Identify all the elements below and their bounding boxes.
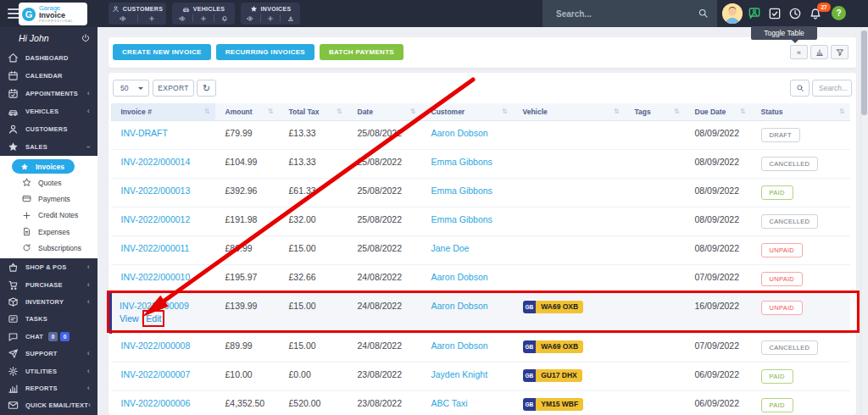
- eye-icon[interactable]: [108, 14, 137, 22]
- eye-icon[interactable]: [172, 14, 192, 22]
- date-cell: 25/08/2022: [348, 178, 421, 207]
- sidebar-item-customers[interactable]: CUSTOMERS: [0, 120, 97, 138]
- vehicle-plate[interactable]: GBGU17 DHX: [523, 369, 582, 382]
- edit-link[interactable]: Edit: [146, 313, 161, 324]
- sidebar-item-purchase[interactable]: PURCHASE‹: [0, 276, 97, 293]
- sidebar-subitem-payments[interactable]: Payments: [0, 191, 97, 207]
- help-icon[interactable]: ?: [832, 6, 846, 20]
- contact-chat-icon[interactable]: [748, 7, 761, 20]
- sidebar-subitem-invoices[interactable]: Invoices: [12, 159, 75, 174]
- invoice-link[interactable]: INV-DRAFT: [121, 128, 168, 138]
- column-header-status[interactable]: Status⇅: [751, 103, 850, 120]
- column-header-due-date[interactable]: Due Date⇅: [685, 103, 751, 120]
- vehicle-plate[interactable]: GBYM15 WBF: [523, 398, 584, 411]
- sidebar-item-vehicles[interactable]: VEHICLES‹: [0, 102, 97, 120]
- invoice-link[interactable]: INV-2022/000007: [121, 369, 191, 379]
- customer-link[interactable]: Aaron Dobson: [431, 301, 488, 311]
- create-new-invoice-button[interactable]: CREATE NEW INVOICE: [113, 44, 211, 60]
- invoice-link[interactable]: INV-2022/000013: [121, 185, 191, 196]
- view-link[interactable]: View: [120, 313, 139, 324]
- invoices-table: Invoice #⇅Amount⇅Total Tax⇅Date⇅Customer…: [109, 103, 850, 415]
- vehicle-plate[interactable]: GBWA69 OXB: [523, 301, 584, 313]
- invoice-link[interactable]: INV-2022/000011: [121, 243, 190, 253]
- chart-view-button[interactable]: [810, 45, 828, 59]
- table-row[interactable]: INV-2022/000010£195.97£32.6624/08/2022Aa…: [111, 264, 850, 293]
- table-row[interactable]: INV-2022/000013£392.96£61.3325/08/2022Em…: [111, 178, 850, 207]
- table-row[interactable]: INV-2022/000006£4,352.50£520.0023/08/202…: [111, 390, 850, 415]
- page-size-select[interactable]: 50: [113, 80, 149, 97]
- customer-link[interactable]: ABC Taxi: [431, 398, 468, 408]
- sidebar-item-calendar[interactable]: CALENDAR: [0, 67, 97, 85]
- invoice-link[interactable]: INV-2022/000014: [121, 157, 191, 167]
- refresh-button[interactable]: ↻: [197, 80, 216, 97]
- customer-link[interactable]: Jayden Knight: [431, 369, 488, 379]
- sidebar-item-support[interactable]: SUPPORT‹: [0, 345, 97, 362]
- eye-icon[interactable]: [241, 14, 260, 22]
- customer-link[interactable]: Emma Gibbons: [431, 214, 492, 224]
- invoice-link[interactable]: INV-2022/000012: [121, 214, 191, 224]
- app-logo[interactable]: G Garage Invoice PROFESSIONAL: [19, 3, 87, 25]
- sidebar-subitem-credit-notes[interactable]: Credit Notes: [0, 208, 97, 224]
- column-header-total-tax[interactable]: Total Tax⇅: [279, 103, 348, 120]
- plus-icon[interactable]: [192, 14, 214, 22]
- table-row[interactable]: INV-2022/000014£104.99£13.3325/08/2022Em…: [111, 149, 850, 178]
- sidebar-item-tasks[interactable]: TASKS: [0, 311, 97, 328]
- vehicle-plate[interactable]: GBWA69 OXB: [523, 340, 584, 353]
- customer-link[interactable]: Jane Doe: [431, 243, 470, 253]
- column-header-tags[interactable]: Tags⇅: [625, 103, 685, 120]
- sidebar-subitem-quotes[interactable]: Quotes: [0, 174, 97, 191]
- sidebar-item-utilities[interactable]: UTILITIES‹: [0, 362, 97, 379]
- column-header-customer[interactable]: Customer⇅: [421, 103, 513, 120]
- global-search-input[interactable]: [542, 0, 717, 27]
- sidebar-item-shop-pos[interactable]: SHOP & POS‹: [0, 258, 97, 275]
- sidebar-item-sales[interactable]: SALES‹: [0, 138, 97, 156]
- stamp-icon[interactable]: [280, 14, 300, 22]
- sidebar-item-appointments[interactable]: APPOINTMENTS‹: [0, 85, 97, 102]
- table-search-icon-button[interactable]: [790, 80, 810, 97]
- batch-payments-button[interactable]: BATCH PAYMENTS: [320, 44, 403, 60]
- tasks-check-icon[interactable]: [768, 7, 782, 20]
- recurring-invoices-button[interactable]: RECURRING INVOICES: [216, 44, 314, 60]
- plate-country: GB: [523, 340, 537, 353]
- table-row[interactable]: INV-2022/000008£89.99£15.0024/08/2022Aar…: [111, 333, 850, 362]
- scrollbar-thumb[interactable]: [861, 30, 867, 115]
- invoice-link[interactable]: INV-2022/000009: [120, 301, 189, 311]
- status-badge: CANCELLED: [761, 214, 819, 229]
- logout-power-icon[interactable]: [81, 33, 91, 43]
- sidebar-item-inventory[interactable]: INVENTORY‹: [0, 293, 97, 310]
- avatar[interactable]: [722, 3, 743, 24]
- column-header-vehicle[interactable]: Vehicle⇅: [513, 103, 625, 120]
- sidebar-item-chat[interactable]: CHAT00: [0, 328, 97, 345]
- table-row[interactable]: INV-2022/000012£191.98£32.0025/08/2022Em…: [111, 207, 850, 235]
- sidebar-subitem-subscriptions[interactable]: Subscriptions: [0, 240, 97, 256]
- sidebar-item-label: APPOINTMENTS: [25, 90, 78, 97]
- column-header-invoice-[interactable]: Invoice #⇅: [111, 103, 215, 120]
- column-header-date[interactable]: Date⇅: [348, 103, 421, 120]
- toggle-table-button[interactable]: «: [790, 45, 808, 59]
- table-row[interactable]: INV-2022/000011£89.99£15.0025/08/2022Jan…: [111, 235, 850, 264]
- table-row[interactable]: INV-2022/000009View|Edit£139.99£15.0024/…: [111, 293, 850, 333]
- sidebar-item-dashboard[interactable]: DASHBOARD: [0, 49, 97, 67]
- customer-link[interactable]: Emma Gibbons: [431, 185, 492, 196]
- customer-link[interactable]: Aaron Dobson: [431, 340, 488, 351]
- sidebar-subitem-expenses[interactable]: Expenses: [0, 224, 97, 240]
- invoice-link[interactable]: INV-2022/000006: [121, 398, 191, 408]
- invoice-link[interactable]: INV-2022/000008: [121, 340, 191, 351]
- export-button[interactable]: EXPORT: [153, 80, 194, 97]
- plus-icon[interactable]: [137, 14, 167, 22]
- table-row[interactable]: INV-DRAFT£79.99£13.3325/08/2022Aaron Dob…: [111, 120, 850, 149]
- table-search-input[interactable]: [812, 80, 852, 97]
- clock-icon[interactable]: [788, 7, 802, 20]
- customer-link[interactable]: Emma Gibbons: [431, 157, 492, 167]
- invoice-link[interactable]: INV-2022/000010: [121, 272, 191, 282]
- column-header-amount[interactable]: Amount⇅: [215, 103, 279, 120]
- sidebar-item-quick-email-text[interactable]: QUICK EMAIL/TEXT‹: [0, 397, 97, 414]
- plus-icon[interactable]: [260, 14, 281, 22]
- customer-link[interactable]: Aaron Dobson: [431, 128, 488, 138]
- global-search: [542, 0, 717, 27]
- filter-button[interactable]: [831, 45, 849, 59]
- bell-icon[interactable]: [214, 14, 235, 22]
- sidebar-item-reports[interactable]: REPORTS‹: [0, 379, 97, 396]
- table-row[interactable]: INV-2022/000007£10.00£0.0023/08/2022Jayd…: [111, 362, 850, 390]
- customer-link[interactable]: Aaron Dobson: [431, 272, 488, 282]
